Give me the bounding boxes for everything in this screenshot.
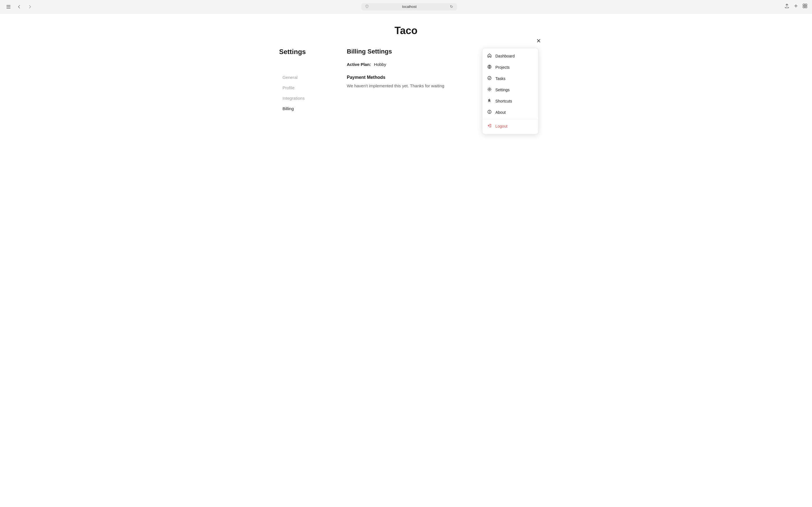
- sidebar-item-billing[interactable]: Billing: [279, 104, 336, 113]
- dropdown-item-settings[interactable]: Settings: [483, 84, 538, 96]
- sidebar-toggle-button[interactable]: [4, 3, 12, 11]
- svg-point-9: [489, 66, 490, 68]
- dropdown-item-shortcuts[interactable]: ⌘ Shortcuts: [483, 96, 538, 107]
- about-label: About: [495, 110, 506, 115]
- settings-label: Settings: [495, 88, 510, 92]
- svg-text:⌘: ⌘: [488, 99, 491, 103]
- shortcuts-icon: ⌘: [487, 98, 492, 104]
- sidebar-item-general[interactable]: General: [279, 73, 336, 82]
- svg-rect-6: [803, 6, 805, 8]
- svg-rect-0: [6, 5, 10, 6]
- page-content: Taco Settings General Profile Integratio…: [0, 13, 812, 124]
- dropdown-item-tasks[interactable]: Tasks: [483, 73, 538, 84]
- browser-right-controls: [784, 3, 808, 10]
- projects-label: Projects: [495, 65, 510, 69]
- dropdown-item-about[interactable]: About: [483, 107, 538, 118]
- close-dropdown-button[interactable]: ✕: [536, 38, 541, 44]
- app-title: Taco: [395, 25, 417, 37]
- svg-point-12: [488, 76, 491, 80]
- svg-point-17: [489, 111, 490, 111]
- share-button[interactable]: [784, 3, 790, 10]
- shortcuts-label: Shortcuts: [495, 99, 512, 103]
- dropdown-item-dashboard[interactable]: Dashboard: [483, 50, 538, 62]
- svg-rect-1: [6, 6, 10, 7]
- reload-button[interactable]: ↻: [450, 4, 453, 9]
- dropdown-divider: [483, 119, 538, 119]
- url-bar[interactable]: localhost ↻: [361, 3, 457, 10]
- sidebar-item-profile[interactable]: Profile: [279, 83, 336, 93]
- projects-icon: [487, 64, 492, 70]
- dashboard-icon: [487, 53, 492, 59]
- dropdown-item-projects[interactable]: Projects: [483, 62, 538, 73]
- settings-container: Settings General Profile Integrations Bi…: [279, 48, 533, 113]
- svg-rect-7: [805, 6, 807, 8]
- tabs-overview-button[interactable]: [802, 3, 808, 10]
- svg-point-13: [489, 89, 490, 90]
- new-tab-button[interactable]: [794, 3, 799, 10]
- shield-icon: [365, 4, 369, 9]
- settings-nav: General Profile Integrations Billing: [279, 73, 336, 113]
- logout-label: Logout: [495, 124, 507, 128]
- dashboard-label: Dashboard: [495, 54, 515, 58]
- settings-sidebar: Settings General Profile Integrations Bi…: [279, 48, 336, 113]
- svg-rect-4: [803, 4, 805, 6]
- address-bar: localhost ↻: [37, 3, 781, 10]
- tasks-label: Tasks: [495, 76, 506, 81]
- back-button[interactable]: [15, 3, 23, 11]
- settings-icon: [487, 87, 492, 93]
- forward-button[interactable]: [26, 3, 34, 11]
- browser-bar: localhost ↻: [0, 0, 812, 13]
- sidebar-item-integrations[interactable]: Integrations: [279, 94, 336, 103]
- active-plan-value: Hobby: [374, 62, 386, 67]
- tasks-icon: [487, 76, 492, 81]
- active-plan-label: Active Plan:: [347, 62, 371, 67]
- about-icon: [487, 110, 492, 115]
- dropdown-item-logout[interactable]: Logout: [483, 121, 538, 132]
- settings-heading: Settings: [279, 48, 336, 56]
- dropdown-menu: ✕ Dashboard: [482, 48, 539, 134]
- svg-rect-2: [6, 8, 10, 8]
- url-text: localhost: [371, 4, 448, 9]
- logout-icon: [487, 123, 492, 129]
- browser-controls: [4, 3, 34, 11]
- svg-rect-5: [805, 4, 807, 6]
